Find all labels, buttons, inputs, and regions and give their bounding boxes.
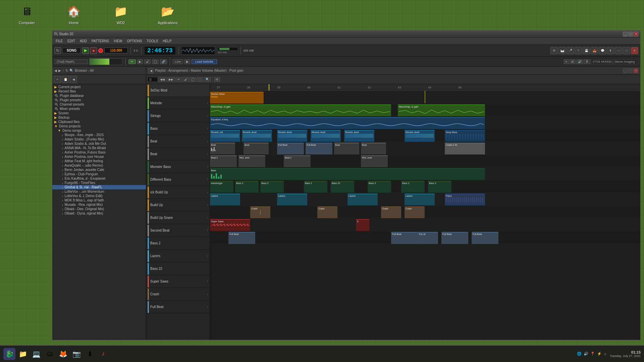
clip-fullbeat-2[interactable]: Full Beat	[391, 232, 418, 244]
record-button[interactable]	[98, 48, 103, 53]
browser-demo-songs[interactable]: ▼ Demo songs	[52, 128, 146, 133]
track-arrow-diffbass[interactable]: ↕	[207, 178, 208, 181]
track-row-lazers[interactable]: Lazers ↕	[146, 250, 210, 262]
desktop-icon-wd2[interactable]: 📁 WD2	[107, 3, 134, 25]
clip-supersaws-1[interactable]: Super Saws	[210, 219, 250, 231]
browser-scores[interactable]: ▶ Scores	[52, 111, 146, 115]
track-row-buildup[interactable]: ick Build Up ↕	[146, 186, 210, 199]
browser-file-7[interactable]: ♪ Atthar Feat M..ight feeling	[52, 159, 146, 163]
browser-file-6[interactable]: ♪ Asher Postma..ture House	[52, 155, 146, 159]
browser-mixer-presets[interactable]: 🔌 Mixer presets	[52, 107, 146, 111]
taskbar-terminal[interactable]: 💻	[30, 348, 42, 360]
clip-bass2-3[interactable]: Bass 2	[401, 181, 425, 193]
clip-beat2-1[interactable]: Beat 2	[210, 156, 237, 168]
browser-back[interactable]: ◀	[54, 69, 57, 72]
track-arrow-beat1[interactable]: ↕	[207, 140, 208, 143]
browser-plugin-db[interactable]: 🔌 Plugin database	[52, 94, 146, 98]
menu-add[interactable]: ADD	[78, 39, 89, 43]
playlist-prev[interactable]: ◀	[148, 68, 154, 73]
taskbar-start[interactable]: 🐉	[3, 348, 15, 360]
track-arrow-buildup[interactable]: ↕	[207, 191, 208, 194]
preset-display[interactable]: Lead Melodie	[192, 59, 217, 64]
clip-bass-1[interactable]: Reverb..vel	[210, 130, 240, 142]
clip-bass22-1[interactable]: Bass 22	[331, 181, 354, 193]
clip-bass3-2[interactable]: Bass 3	[368, 181, 391, 193]
clip-bass-2[interactable]: Reverb..level	[242, 130, 272, 142]
clip-ree-level-1[interactable]: Ree..evel	[238, 156, 265, 168]
playlist-maximize[interactable]: □	[628, 68, 633, 73]
browser-file-10[interactable]: ♪ Ephixa - Club Penguin	[52, 172, 146, 176]
menu-view[interactable]: VIEW	[112, 39, 124, 43]
browser-new[interactable]: +	[54, 76, 61, 83]
track-row-beat2[interactable]: Beat ↕	[146, 148, 210, 161]
mixer-btn1[interactable]: ≡	[564, 59, 569, 64]
browser-demo-projects[interactable]: ▼ Demo projects	[52, 124, 146, 128]
track-row-bass22[interactable]: Bass 22	[146, 262, 210, 275]
clip-fullbeat-1[interactable]: Full Beat	[228, 232, 255, 244]
track-arrow-fullbeat[interactable]: ↕	[207, 305, 208, 308]
clip-crash-3[interactable]: Crash	[381, 206, 401, 219]
clip-beat2-2[interactable]: Beat 2	[284, 156, 311, 168]
stamp-tool[interactable]: ▶	[137, 59, 143, 64]
track-arrow-bass[interactable]: ↕	[207, 127, 208, 130]
playlist-minimize[interactable]: _	[623, 68, 628, 73]
clip-melodie-2[interactable]: WaveShap..st gain	[398, 105, 485, 117]
clip-crash-2[interactable]: Crash	[317, 206, 337, 219]
track-arrange[interactable]: 37 38 39 40 41 42 43 44 45	[210, 84, 640, 340]
track-arrow-supersaws[interactable]: ↕	[207, 280, 208, 283]
mixer-btn3[interactable]: 🔊	[576, 59, 583, 64]
clip-bass-5[interactable]: Reverb..level	[344, 130, 374, 142]
pl-select[interactable]: ⬚	[197, 77, 203, 82]
browser-nav[interactable]: ◀	[70, 76, 77, 83]
track-row-monster[interactable]: Monster Bass ↕	[146, 161, 210, 173]
paint-tool[interactable]: 🖌	[144, 59, 151, 64]
taskbar-app2[interactable]: 📷	[70, 348, 83, 360]
menu-options[interactable]: OPTIONS	[125, 39, 144, 43]
clip-lazers-1[interactable]: Lazers	[210, 194, 240, 206]
track-row-fullbeat[interactable]: Full Beat ↕	[146, 301, 210, 313]
track-row-beat1[interactable]: Beat ↕	[146, 135, 210, 148]
browser-refresh[interactable]: ↻	[65, 69, 68, 72]
clip-crash-1[interactable]: Crash	[250, 206, 270, 219]
track-arrow-buildupsnare[interactable]: ↕	[207, 216, 208, 219]
menu-file[interactable]: FILe	[54, 39, 65, 43]
clip-strings-1[interactable]: Equalizer..d freq	[210, 117, 485, 129]
maximize-button[interactable]: □	[628, 32, 633, 37]
clip-crash-4[interactable]: Crash	[405, 206, 425, 219]
menu-edit[interactable]: EDIT	[65, 39, 77, 43]
browser-file-5[interactable]: ♪ Asher Postma..Future Bass	[52, 150, 146, 155]
taskbar-app1[interactable]: 🦊	[57, 348, 69, 360]
browser-file-17[interactable]: ♪ Musata - Rea..riginal Mix)	[52, 202, 146, 207]
menu-patterns[interactable]: PATTERns	[90, 39, 111, 43]
track-arrow-crash[interactable]: ↕	[207, 293, 208, 296]
clip-deep-bass[interactable]: Deep Bass	[445, 130, 485, 142]
clip-ree-level-2[interactable]: Ree..evel	[361, 156, 388, 168]
clip-beat1-1[interactable]: Beat	[210, 143, 235, 155]
draw-tool[interactable]: ✏	[128, 59, 136, 64]
desktop-icon-applications[interactable]: 📂 Applications	[154, 3, 181, 25]
track-row-melodie[interactable]: Melodie ↕	[146, 97, 210, 110]
clip-fullbeat-3[interactable]: Ful..at	[418, 232, 438, 244]
pl-mute[interactable]: M	[214, 77, 220, 82]
track-row-crash[interactable]: Crash ↕	[146, 288, 210, 301]
taskbar-app3[interactable]: ⬇	[84, 348, 96, 360]
browser-current-project[interactable]: ▶ Current project	[52, 85, 146, 89]
play-button[interactable]: ▶	[82, 47, 89, 54]
track-arrow-lazers[interactable]: ↕	[207, 254, 208, 257]
clip-bass-3[interactable]: Reverb..level	[277, 130, 307, 142]
clip-beat1-3[interactable]: Beat	[334, 143, 359, 155]
track-arrow-melodie[interactable]: ↕	[207, 102, 208, 105]
track-row-secondbeat[interactable]: Second Beat ↕	[146, 224, 210, 237]
tool-save[interactable]: 💾	[583, 47, 590, 54]
pl-erase[interactable]: ◯	[190, 77, 196, 82]
song-mode[interactable]: SONG	[62, 48, 81, 53]
line-mode[interactable]: Line	[173, 59, 183, 64]
clip-crash-2-2[interactable]: Crash.2 #2	[445, 143, 485, 155]
clip-supersaws-small[interactable]: S	[356, 219, 369, 231]
tool-export[interactable]: 📤	[591, 47, 598, 54]
minimize-button[interactable]: _	[623, 32, 628, 37]
browser-file-15[interactable]: ♪ LollieVox &..L Demo Edit)	[52, 194, 146, 198]
track-arrow-buildup2[interactable]: ↕	[207, 203, 208, 206]
track-arrow-strings[interactable]: ↕	[207, 114, 208, 117]
clip-bass-4[interactable]: Reverb..level	[311, 130, 341, 142]
